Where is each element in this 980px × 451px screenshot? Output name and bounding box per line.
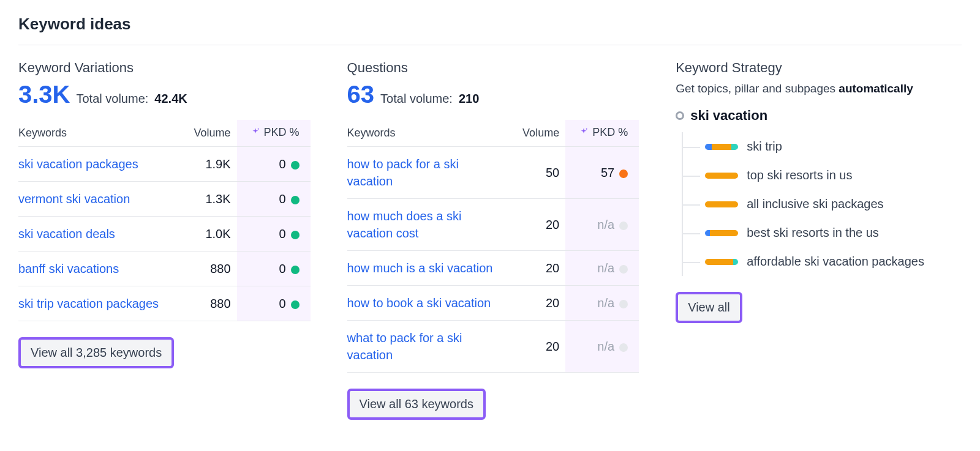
variations-count: 3.3K [18,82,70,106]
view-all-strategy-button[interactable]: View all [676,292,742,323]
volume-value: 1.9K [182,147,237,182]
sparkle-icon [579,127,589,140]
col-header-pkd[interactable]: PKD % [565,120,639,147]
table-row: what to pack for a ski vacation20n/a [347,321,639,373]
keyword-link[interactable]: how to book a ski vacation [347,286,511,321]
questions-section: Questions 63 Total volume: 210 Keywords … [347,60,639,420]
keyword-link[interactable]: how much does a ski vacation cost [347,199,511,251]
view-all-variations-button[interactable]: View all 3,285 keywords [18,337,174,368]
table-row: how to book a ski vacation20n/a [347,286,639,321]
pkd-value: 0 [237,217,311,252]
questions-count: 63 [347,82,375,106]
table-row: ski vacation deals1.0K0 [18,217,311,252]
pkd-value: n/a [565,199,639,251]
intent-bar-icon [705,230,738,236]
strategy-subtitle: Get topics, pillar and subpages automati… [676,82,962,95]
intent-bar-icon [705,173,738,179]
keyword-strategy-section: Keyword Strategy Get topics, pillar and … [676,60,962,323]
volume-value: 1.0K [182,217,237,252]
table-row: how much does a ski vacation cost20n/a [347,199,639,251]
keyword-link[interactable]: how much is a ski vacation [347,251,511,286]
volume-value: 50 [510,147,565,199]
col-header-keywords[interactable]: Keywords [18,120,182,147]
keyword-link[interactable]: banff ski vacations [18,252,182,286]
strategy-item[interactable]: top ski resorts in us [705,161,962,190]
pkd-value: 0 [237,147,311,182]
variations-total-label: Total volume: [77,92,149,106]
keyword-link[interactable]: how to pack for a ski vacation [347,147,511,199]
volume-value: 1.3K [182,182,237,217]
difficulty-dot-icon [619,300,628,308]
volume-value: 20 [510,251,565,286]
strategy-root[interactable]: ski vacation [676,108,962,124]
questions-table: Keywords Volume PKD % how to pack for a … [347,120,639,373]
strategy-item[interactable]: best ski resorts in the us [705,218,962,247]
difficulty-dot-icon [291,196,300,204]
intent-bar-icon [705,259,738,265]
pkd-value: 0 [237,182,311,217]
strategy-item[interactable]: ski trip [705,132,962,161]
view-all-questions-button[interactable]: View all 63 keywords [347,389,486,420]
keyword-link[interactable]: vermont ski vacation [18,182,182,217]
strategy-item-label: ski trip [747,140,782,154]
page-title: Keyword ideas [18,15,962,34]
strategy-item[interactable]: affordable ski vacation packages [705,247,962,276]
volume-value: 20 [510,321,565,373]
sparkle-icon [251,127,260,140]
col-header-keywords[interactable]: Keywords [347,120,511,147]
strategy-item-label: top ski resorts in us [747,168,852,182]
questions-total-value: 210 [459,92,479,106]
pkd-value: n/a [565,286,639,321]
col-header-pkd[interactable]: PKD % [237,120,311,147]
questions-title: Questions [347,60,639,76]
table-row: ski vacation packages1.9K0 [18,147,311,182]
difficulty-dot-icon [619,343,628,352]
strategy-item-label: affordable ski vacation packages [747,255,924,269]
intent-bar-icon [705,144,738,150]
variations-total-value: 42.4K [154,92,187,106]
difficulty-dot-icon [619,265,628,274]
divider [18,45,962,45]
svg-point-0 [257,129,258,130]
strategy-item-label: all inclusive ski packages [747,197,883,211]
table-row: banff ski vacations8800 [18,252,311,286]
pkd-value: 0 [237,286,311,321]
keyword-link[interactable]: ski vacation deals [18,217,182,252]
col-header-volume[interactable]: Volume [182,120,237,147]
pkd-value: n/a [565,321,639,373]
table-row: vermont ski vacation1.3K0 [18,182,311,217]
difficulty-dot-icon [619,222,628,230]
svg-point-1 [586,129,587,130]
intent-bar-icon [705,201,738,207]
pkd-value: n/a [565,251,639,286]
strategy-root-label: ski vacation [690,108,767,124]
col-header-volume[interactable]: Volume [510,120,565,147]
pkd-value: 57 [565,147,639,199]
strategy-title: Keyword Strategy [676,60,962,76]
table-row: how to pack for a ski vacation5057 [347,147,639,199]
volume-value: 20 [510,286,565,321]
volume-value: 880 [182,286,237,321]
keyword-link[interactable]: ski trip vacation packages [18,286,182,321]
difficulty-dot-icon [619,170,628,178]
strategy-item[interactable]: all inclusive ski packages [705,190,962,218]
table-row: ski trip vacation packages8800 [18,286,311,321]
volume-value: 20 [510,199,565,251]
difficulty-dot-icon [291,266,300,274]
variations-table: Keywords Volume PKD % ski vacation packa… [18,120,311,321]
strategy-item-label: best ski resorts in the us [747,226,879,240]
difficulty-dot-icon [291,231,300,239]
variations-title: Keyword Variations [18,60,311,76]
difficulty-dot-icon [291,300,300,309]
keyword-link[interactable]: what to pack for a ski vacation [347,321,511,373]
difficulty-dot-icon [291,161,300,170]
questions-total-label: Total volume: [380,92,453,106]
radio-icon [676,111,684,120]
table-row: how much is a ski vacation20n/a [347,251,639,286]
volume-value: 880 [182,252,237,286]
keyword-link[interactable]: ski vacation packages [18,147,182,182]
keyword-variations-section: Keyword Variations 3.3K Total volume: 42… [18,60,311,368]
pkd-value: 0 [237,252,311,286]
